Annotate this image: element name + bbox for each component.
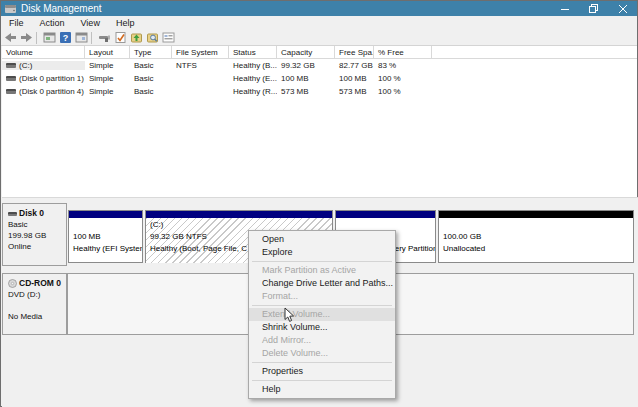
close-icon: [619, 5, 627, 13]
menu-item-help[interactable]: Help: [249, 383, 395, 396]
disk0-status: Online: [8, 241, 66, 252]
partition-color-bar: [69, 211, 142, 218]
partition-size: 100.00 GB: [443, 231, 633, 243]
menu-item-add-mirror: Add Mirror...: [249, 334, 395, 347]
volume-pct-free: 100 %: [374, 74, 432, 83]
table-row[interactable]: (C:) Simple Basic NTFS Healthy (B... 99.…: [2, 59, 637, 72]
column-header-pct-free[interactable]: % Free: [374, 46, 432, 59]
menu-help[interactable]: Help: [108, 16, 143, 30]
partition-efi-block[interactable]: 100 MB Healthy (EFI System: [68, 210, 143, 263]
menu-action[interactable]: Action: [32, 16, 73, 30]
menu-view[interactable]: View: [73, 16, 108, 30]
partition-context-menu: Open Explore Mark Partition as Active Ch…: [248, 230, 396, 399]
menu-item-explore[interactable]: Explore: [249, 246, 395, 259]
partition-color-bar: [146, 211, 332, 218]
column-header-capacity[interactable]: Capacity: [277, 46, 335, 59]
volume-list-header: Volume Layout Type File System Status Ca…: [2, 46, 637, 59]
volume-free-space: 573 MB: [335, 87, 374, 96]
disk-icon: [8, 212, 17, 216]
menu-item-format: Format...: [249, 290, 395, 303]
minimize-button[interactable]: [550, 1, 579, 16]
restore-button[interactable]: [579, 1, 608, 16]
table-row[interactable]: (Disk 0 partition 1) Simple Basic Health…: [2, 72, 637, 85]
volume-name: (Disk 0 partition 1): [19, 74, 84, 83]
help-icon[interactable]: ?: [59, 31, 72, 44]
volume-drive-icon: [6, 76, 16, 81]
partition-color-bar: [336, 211, 435, 218]
partition-status: Healthy (EFI System: [73, 243, 142, 255]
partition-status: Unallocated: [443, 243, 633, 255]
column-header-volume[interactable]: Volume: [2, 46, 85, 59]
table-row[interactable]: (Disk 0 partition 4) Simple Basic Health…: [2, 85, 637, 98]
volume-layout: Simple: [85, 87, 130, 96]
nav-back-icon[interactable]: [4, 31, 17, 44]
restore-icon: [589, 4, 598, 13]
column-header-file-system[interactable]: File System: [172, 46, 229, 59]
toolbar-separator: [91, 32, 92, 44]
volume-type: Basic: [130, 61, 172, 70]
disk0-label-panel[interactable]: Disk 0 Basic 199.98 GB Online: [2, 203, 67, 266]
toolbar: ?: [1, 30, 637, 46]
volume-fs: NTFS: [172, 61, 229, 70]
menu-separator: [252, 261, 392, 262]
menu-item-properties[interactable]: Properties: [249, 365, 395, 378]
volume-type: Basic: [130, 87, 172, 96]
column-header-layout[interactable]: Layout: [85, 46, 130, 59]
volume-layout: Simple: [85, 61, 130, 70]
partition-color-bar: [439, 211, 633, 218]
volume-list: Volume Layout Type File System Status Ca…: [2, 46, 637, 197]
minimize-icon: [561, 5, 569, 13]
mouse-cursor-icon: [284, 307, 295, 323]
volume-capacity: 99.32 GB: [277, 61, 335, 70]
menu-file[interactable]: File: [1, 16, 32, 30]
menu-item-extend-volume: Extend Volume...: [249, 308, 395, 321]
menu-bar: File Action View Help: [1, 16, 637, 30]
cdrom-label-panel[interactable]: CD-ROM 0 DVD (D:) No Media: [2, 273, 67, 335]
volume-status: Healthy (R...: [229, 87, 277, 96]
partition-name: [73, 219, 142, 231]
disk-search-icon[interactable]: [146, 31, 159, 44]
close-button[interactable]: [608, 1, 637, 16]
volume-status: Healthy (B...: [229, 61, 277, 70]
volume-drive-icon: [6, 63, 16, 68]
tool-icon[interactable]: [98, 31, 111, 44]
check-document-icon[interactable]: [114, 31, 127, 44]
menu-item-delete-volume: Delete Volume...: [249, 347, 395, 360]
partition-name: [443, 219, 633, 231]
volume-pct-free: 83 %: [374, 61, 432, 70]
properties-list-icon[interactable]: [162, 31, 175, 44]
disk0-name: Disk 0: [19, 208, 44, 219]
volume-layout: Simple: [85, 74, 130, 83]
console-window-alt-icon[interactable]: [75, 31, 88, 44]
disk-management-window: Disk Management File Action View Help: [0, 0, 638, 407]
unallocated-block[interactable]: 100.00 GB Unallocated: [438, 210, 634, 263]
volume-type: Basic: [130, 74, 172, 83]
window-title: Disk Management: [21, 1, 102, 16]
volume-name: (Disk 0 partition 4): [19, 87, 84, 96]
menu-item-mark-partition-active: Mark Partition as Active: [249, 264, 395, 277]
toolbar-separator: [36, 32, 37, 44]
column-header-status[interactable]: Status: [229, 46, 277, 59]
app-disk-icon: [5, 5, 16, 13]
volume-status: Healthy (E...: [229, 74, 277, 83]
cdrom-media-status: No Media: [8, 311, 66, 322]
volume-capacity: 573 MB: [277, 87, 335, 96]
column-header-type[interactable]: Type: [130, 46, 172, 59]
volume-capacity: 100 MB: [277, 74, 335, 83]
nav-forward-icon[interactable]: [20, 31, 33, 44]
cdrom-icon: [8, 279, 17, 288]
cdrom-name: CD-ROM 0: [19, 278, 61, 289]
column-header-free-space[interactable]: Free Spa...: [335, 46, 374, 59]
disk-up-arrow-icon[interactable]: [130, 31, 143, 44]
svg-text:?: ?: [63, 33, 69, 43]
menu-item-open[interactable]: Open: [249, 233, 395, 246]
disk0-type: Basic: [8, 219, 66, 230]
cdrom-drive: DVD (D:): [8, 289, 66, 300]
menu-item-shrink-volume[interactable]: Shrink Volume...: [249, 321, 395, 334]
console-window-icon[interactable]: [43, 31, 56, 44]
partition-size: 100 MB: [73, 231, 142, 243]
menu-item-change-drive-letter[interactable]: Change Drive Letter and Paths...: [249, 277, 395, 290]
menu-separator: [252, 362, 392, 363]
volume-free-space: 100 MB: [335, 74, 374, 83]
menu-separator: [252, 380, 392, 381]
